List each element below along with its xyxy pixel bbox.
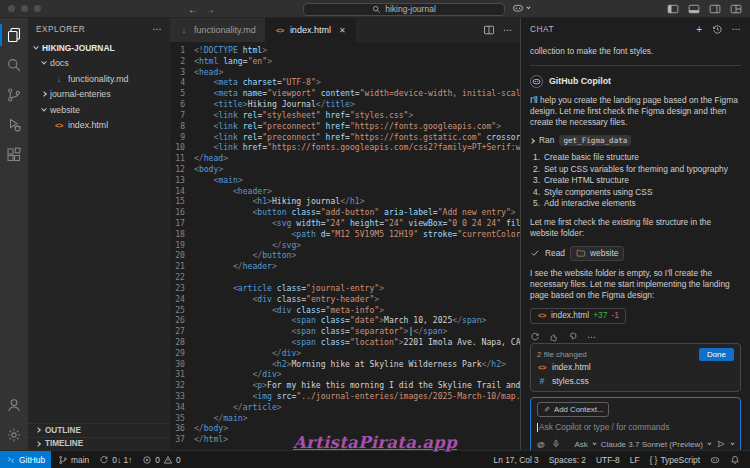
chat-history-icon[interactable]	[712, 24, 723, 35]
edited-file-chip[interactable]: <> index.html +37 -1	[530, 308, 626, 324]
code-line[interactable]: 3<head>	[170, 67, 520, 78]
language-mode[interactable]: { } TypeScript	[650, 455, 701, 465]
maximize-window-icon[interactable]	[34, 5, 41, 12]
code-line[interactable]: 15 <h1>Hiking journal</h1>	[170, 196, 520, 207]
code-line[interactable]: 32 <p>For my hike this morning I did the…	[170, 380, 520, 391]
code-editor[interactable]: 1<!DOCTYPE html>2<html lang="en">3<head>…	[170, 42, 520, 445]
search-activity-icon[interactable]	[0, 50, 28, 80]
model-picker[interactable]: Claude 3.7 Sonnet (Preview)	[601, 439, 703, 450]
code-line[interactable]: 20 </button>	[170, 250, 520, 261]
nav-forward-icon[interactable]: →	[205, 4, 215, 15]
chat-input-box[interactable]: Add Context... Ask Copilot or type / for…	[530, 397, 741, 450]
code-line[interactable]: 31 </div>	[170, 369, 520, 380]
titlebar-copilot-button[interactable]	[512, 2, 530, 14]
tree-folder-website[interactable]: website	[28, 102, 170, 118]
remote-indicator[interactable]: GitHub	[0, 451, 51, 468]
notifications-bell[interactable]	[730, 455, 740, 465]
thumbs-down-icon[interactable]	[568, 332, 578, 342]
timeline-section[interactable]: TIMELINE	[28, 437, 170, 451]
microphone-icon[interactable]	[551, 439, 561, 449]
window-controls[interactable]	[8, 5, 41, 12]
mention-icon[interactable]: @	[537, 439, 545, 450]
nav-back-icon[interactable]: ←	[188, 4, 198, 15]
encoding-setting[interactable]: UTF-8	[596, 455, 620, 465]
code-line[interactable]: 7 <link rel="stylesheet" href="styles.cs…	[170, 110, 520, 121]
customize-layout-icon[interactable]	[730, 3, 742, 15]
thumbs-up-icon[interactable]	[549, 332, 559, 342]
tool-run-row[interactable]: Ran get_Figma_data	[530, 135, 741, 146]
indentation-setting[interactable]: Spaces: 2	[549, 455, 586, 465]
add-context-button[interactable]: Add Context...	[537, 402, 609, 417]
outline-section[interactable]: OUTLINE	[28, 423, 170, 437]
code-line[interactable]: 34 </article>	[170, 402, 520, 413]
code-line[interactable]: 27 <span class="separator">|</span>	[170, 326, 520, 337]
toggle-panel-icon[interactable]	[688, 3, 700, 15]
cursor-position[interactable]: Ln 17, Col 3	[494, 455, 539, 465]
code-line[interactable]: 2<html lang="en">	[170, 56, 520, 67]
message-more-actions-icon[interactable]: ⋯	[587, 332, 596, 343]
split-editor-icon[interactable]	[483, 24, 495, 36]
code-line[interactable]: 22	[170, 272, 520, 283]
close-window-icon[interactable]	[8, 5, 15, 12]
code-line[interactable]: 5 <meta name="viewport" content="width=d…	[170, 88, 520, 99]
tree-root-hiking-journal[interactable]: HIKING-JOURNAL	[28, 40, 170, 56]
tab-index-html[interactable]: <> index.html ✕	[266, 18, 356, 42]
changed-file-row[interactable]: <>index.html	[537, 361, 734, 375]
explorer-activity-icon[interactable]	[0, 20, 28, 50]
code-line[interactable]: 24 <div class="entry-header">	[170, 294, 520, 305]
code-line[interactable]: 19 </svg>	[170, 240, 520, 251]
tab-functionality-md[interactable]: ↓ functionality.md	[170, 18, 266, 42]
done-button[interactable]: Done	[699, 348, 734, 361]
code-line[interactable]: 26 <span class="date">March 10, 2025</sp…	[170, 315, 520, 326]
run-debug-activity-icon[interactable]	[0, 110, 28, 140]
code-line[interactable]: 33 <img src="../journal-enteries/images/…	[170, 391, 520, 402]
tree-folder-docs[interactable]: docs	[28, 56, 170, 72]
extensions-activity-icon[interactable]	[0, 140, 28, 170]
code-line[interactable]: 28 <span class="location">2201 Imola Ave…	[170, 337, 520, 348]
code-line[interactable]: 9 <link rel="preconnect" href="https://f…	[170, 132, 520, 143]
command-center-search[interactable]: hiking-journal	[303, 3, 505, 16]
changed-file-row[interactable]: #styles.css	[537, 374, 734, 388]
code-line[interactable]: 23 <article class="journal-entry">	[170, 283, 520, 294]
code-line[interactable]: 4 <meta charset="UTF-8">	[170, 77, 520, 88]
new-chat-icon[interactable]: +	[696, 24, 702, 35]
code-line[interactable]: 25 <div class="meta-info">	[170, 305, 520, 316]
accounts-icon[interactable]	[0, 390, 28, 420]
code-line[interactable]: 14 <header>	[170, 186, 520, 197]
read-target-chip[interactable]: website	[570, 246, 624, 261]
code-line[interactable]: 18 <path d="M12 5V19M5 12H19" stroke="cu…	[170, 229, 520, 240]
code-line[interactable]: 12<body>	[170, 164, 520, 175]
problems-indicator[interactable]: 0 0	[142, 455, 180, 465]
code-line[interactable]: 13 <main>	[170, 175, 520, 186]
source-control-activity-icon[interactable]	[0, 80, 28, 110]
code-line[interactable]: 21 </header>	[170, 261, 520, 272]
code-line[interactable]: 10 <link href="https://fonts.googleapis.…	[170, 142, 520, 153]
chat-more-actions-icon[interactable]: ⋯	[732, 24, 742, 34]
tree-file-functionality-md[interactable]: ↓ functionality.md	[28, 71, 170, 87]
code-line[interactable]: 17 <svg width="24" height="24" viewBox="…	[170, 218, 520, 229]
code-line[interactable]: 8 <link rel="preconnect" href="https://f…	[170, 121, 520, 132]
code-line[interactable]: 29 </div>	[170, 348, 520, 359]
tree-folder-journal-enteries[interactable]: journal-enteries	[28, 87, 170, 103]
send-icon[interactable]	[716, 439, 726, 449]
toggle-primary-sidebar-icon[interactable]	[667, 3, 679, 15]
branch-indicator[interactable]: main	[58, 455, 89, 465]
toggle-secondary-sidebar-icon[interactable]	[709, 3, 721, 15]
tree-file-index-html[interactable]: <> index.html	[28, 118, 170, 134]
sync-indicator[interactable]: 0↓ 1↑	[99, 455, 132, 465]
eol-setting[interactable]: LF	[630, 455, 640, 465]
code-line[interactable]: 6 <title>Hiking Journal</title>	[170, 99, 520, 110]
copilot-status[interactable]	[710, 455, 720, 465]
close-tab-icon[interactable]: ✕	[339, 26, 346, 35]
read-tool-row[interactable]: Read website	[530, 246, 741, 261]
code-line[interactable]: 30 <h2>Morning hike at Skyline Wildernes…	[170, 359, 520, 370]
code-line[interactable]: 11</head>	[170, 153, 520, 164]
regenerate-icon[interactable]	[530, 332, 540, 342]
code-line[interactable]: 1<!DOCTYPE html>	[170, 45, 520, 56]
code-line[interactable]: 16 <button class="add-button" aria-label…	[170, 207, 520, 218]
code-line[interactable]: 35 </main>	[170, 413, 520, 424]
settings-gear-icon[interactable]	[0, 420, 28, 450]
explorer-more-actions-icon[interactable]: ⋯	[153, 24, 163, 34]
minimize-window-icon[interactable]	[21, 5, 28, 12]
editor-more-actions-icon[interactable]: ⋯	[503, 25, 512, 35]
